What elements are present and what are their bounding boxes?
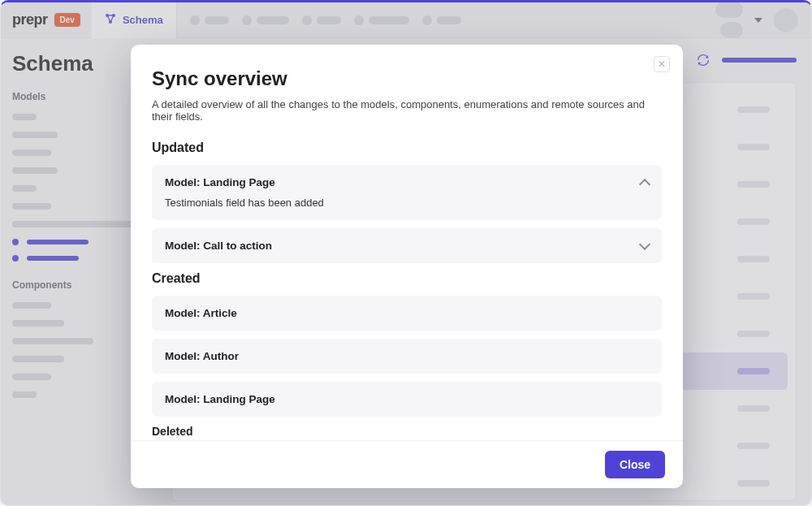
section-deleted-title: Deleted xyxy=(152,425,662,438)
modal-description: A detailed overview of all the changes t… xyxy=(152,98,662,123)
updated-item-landing-page[interactable]: Model: Landing Page Testimonials field h… xyxy=(152,165,662,220)
created-item-landing-page[interactable]: Model: Landing Page xyxy=(152,382,662,417)
section-created-title: Created xyxy=(152,271,662,286)
modal-title: Sync overview xyxy=(152,67,662,90)
updated-item-call-to-action[interactable]: Model: Call to action xyxy=(152,228,662,263)
panel-title: Model: Author xyxy=(165,350,239,362)
panel-title: Model: Call to action xyxy=(165,240,272,252)
close-button[interactable]: Close xyxy=(605,451,665,478)
chevron-down-icon xyxy=(639,239,650,250)
created-item-author[interactable]: Model: Author xyxy=(152,339,662,374)
close-icon[interactable]: ✕ xyxy=(654,56,670,72)
created-item-article[interactable]: Model: Article xyxy=(152,296,662,331)
panel-title: Model: Landing Page xyxy=(165,393,275,405)
panel-detail: Testimonials field has been added xyxy=(165,197,649,209)
sync-overview-modal: ✕ Sync overview A detailed overview of a… xyxy=(131,45,683,488)
modal-footer: Close xyxy=(131,440,683,488)
panel-title: Model: Landing Page xyxy=(165,176,275,188)
app-frame: prepr Dev Schema Schema xyxy=(0,0,812,506)
chevron-up-icon xyxy=(639,178,650,189)
panel-title: Model: Article xyxy=(165,307,237,319)
section-updated-title: Updated xyxy=(152,141,662,155)
